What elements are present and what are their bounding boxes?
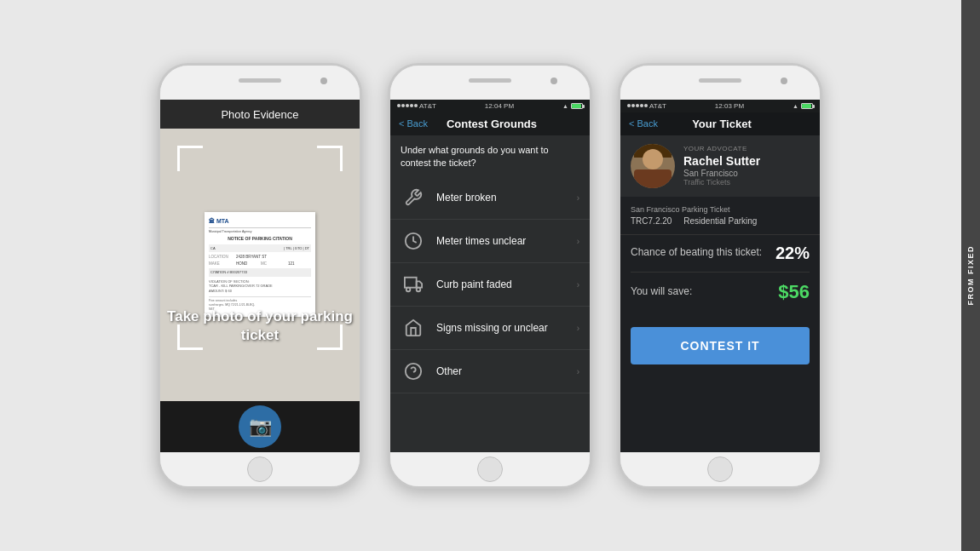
phone-1: Photo Evidence 🏛 MTA Municipal Transport… [158, 63, 362, 489]
dot-3-1 [627, 104, 631, 107]
meter-times-label: Meter times unclear [436, 235, 567, 247]
signal-dots [397, 104, 418, 107]
svg-rect-1 [405, 278, 417, 288]
contest-item-signs[interactable]: Signs missing or unclear › [390, 307, 590, 350]
phone-1-bottom-bar [160, 452, 360, 486]
chance-label: Chance of beating this ticket: [631, 246, 775, 260]
speaker-1 [239, 78, 281, 83]
phone-3: AT&T 12:03 PM ▲ < Back Your Ticket [618, 63, 822, 489]
contest-it-button[interactable]: CONTEST IT [631, 327, 810, 364]
chevron-5: › [577, 367, 579, 376]
camera-icon: 📷 [249, 416, 272, 438]
advocate-info: YOUR ADVOCATE Rachel Sutter San Francisc… [683, 145, 810, 187]
advocate-specialty: Traffic Tickets [683, 178, 810, 187]
ticket-line-location: LOCATION 2428 BRYANT ST [209, 255, 311, 260]
contest-grounds-title: Contest Grounds [436, 118, 547, 130]
your-ticket-title: Your Ticket [666, 118, 777, 130]
phone-3-screen: AT&T 12:03 PM ▲ < Back Your Ticket [620, 100, 820, 452]
watermark-text: FROM FIXED [966, 245, 975, 306]
take-photo-button[interactable]: 📷 [239, 405, 281, 448]
ticket-violation: VIOLATION OF SECTION: TCAR - KILL PARKIN… [209, 279, 311, 294]
home-button-1[interactable] [247, 456, 273, 482]
dot-3-3 [636, 104, 639, 107]
home-button-3[interactable] [707, 456, 733, 482]
ticket-logo: 🏛 MTA [209, 217, 311, 228]
status-left-3: AT&T [627, 102, 666, 110]
wifi-icon-3: ▲ [793, 103, 798, 109]
wrench-icon [401, 185, 426, 210]
battery-fill-3 [802, 104, 811, 108]
battery-3 [801, 103, 813, 109]
chance-row: Chance of beating this ticket: 22% [631, 244, 810, 263]
ticket-title: NOTICE OF PARKING CITATION [209, 236, 311, 242]
phone-3-top [620, 66, 820, 100]
other-label: Other [436, 365, 567, 377]
contest-item-curb-paint[interactable]: Curb paint faded › [390, 263, 590, 307]
status-bar-3: AT&T 12:03 PM ▲ [620, 100, 820, 112]
front-camera-1 [320, 77, 327, 84]
sf-ticket-title: San Francisco Parking Ticket [631, 205, 810, 214]
clock-icon [401, 228, 426, 254]
contest-item-meter-times[interactable]: Meter times unclear › [390, 220, 590, 263]
advocate-label: YOUR ADVOCATE [683, 145, 810, 152]
ticket-code: TRC7.2.20 Residential Parking [631, 216, 810, 226]
photo-evidence-title: Photo Evidence [221, 108, 298, 121]
time-3: 12:03 PM [715, 102, 744, 110]
photo-evidence-header: Photo Evidence [160, 100, 360, 129]
chevron-2: › [577, 237, 579, 246]
back-button-2[interactable]: < Back [399, 118, 428, 129]
contest-item-meter-broken[interactable]: Meter broken › [390, 176, 590, 220]
signs-missing-label: Signs missing or unclear [436, 322, 567, 334]
status-right-3: ▲ [793, 103, 813, 109]
chevron-4: › [577, 324, 579, 333]
dot-4 [410, 104, 413, 107]
front-camera-2 [551, 77, 557, 84]
contest-nav: < Back Contest Grounds [390, 112, 590, 135]
dot-3-5 [644, 104, 648, 107]
phone-3-bottom-bar [620, 452, 820, 486]
dot-3-4 [640, 104, 643, 107]
phone-2: AT&T 12:04 PM ▲ < Back Contest Grounds U… [388, 63, 592, 489]
chevron-3: › [577, 280, 579, 290]
ticket-info-section: San Francisco Parking Ticket TRC7.2.20 R… [620, 197, 820, 235]
advocate-avatar [631, 144, 675, 188]
phone-2-bottom-bar [390, 452, 590, 486]
bracket-top-right [317, 146, 343, 171]
ticket-agency-name: Municipal Transportation Agency [209, 230, 311, 234]
speaker-2 [469, 78, 511, 83]
time-2: 12:04 PM [485, 102, 514, 110]
status-bar-2: AT&T 12:04 PM ▲ [390, 100, 590, 112]
back-button-3[interactable]: < Back [629, 118, 658, 129]
carrier-2: AT&T [419, 102, 436, 110]
ticket-paper: 🏛 MTA Municipal Transportation Agency NO… [205, 212, 315, 317]
battery-2 [571, 103, 583, 109]
divider [631, 272, 810, 273]
take-photo-instruction: Take photo of your parking ticket [160, 307, 360, 345]
avatar-body [634, 169, 672, 188]
advocate-name: Rachel Sutter [683, 154, 810, 168]
advocate-city: San Francisco [683, 169, 810, 178]
curb-paint-label: Curb paint faded [436, 278, 567, 290]
contest-item-other[interactable]: Other › [390, 350, 590, 393]
avatar-face [643, 149, 663, 169]
sign-icon [401, 315, 426, 341]
save-label: You will save: [631, 285, 778, 299]
save-row: You will save: $56 [631, 281, 810, 303]
camera-area: 🏛 MTA Municipal Transportation Agency NO… [160, 129, 360, 401]
status-left-2: AT&T [397, 102, 436, 110]
car-icon [401, 272, 426, 297]
home-button-2[interactable] [477, 456, 503, 482]
dot-2 [401, 104, 405, 107]
question-icon [401, 359, 426, 384]
dot-3 [406, 104, 409, 107]
phone-1-bottom: 📷 [160, 401, 360, 452]
svg-marker-2 [417, 282, 422, 288]
meter-broken-label: Meter broken [436, 192, 567, 204]
ticket-line-make: MAKE HOND MC 121 [209, 261, 311, 267]
chevron-1: › [577, 193, 579, 203]
status-right-2: ▲ [562, 103, 583, 109]
phone-2-top [390, 66, 590, 100]
wifi-icon: ▲ [562, 103, 568, 109]
stats-section: Chance of beating this ticket: 22% You w… [620, 235, 820, 320]
front-camera-3 [781, 77, 787, 84]
